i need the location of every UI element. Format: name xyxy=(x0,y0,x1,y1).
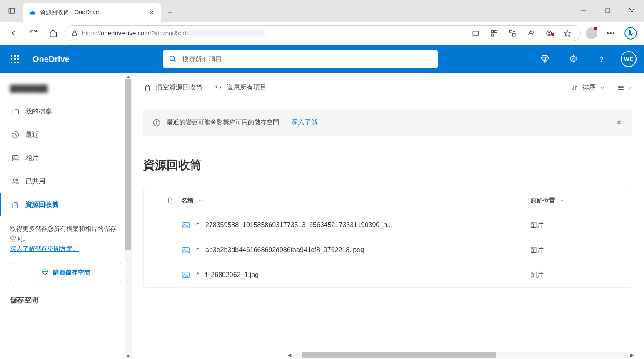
column-header-name[interactable]: 名稱 xyxy=(181,197,530,205)
shortcut-overlay-icon xyxy=(195,271,203,279)
image-icon xyxy=(11,154,20,162)
svg-marker-20 xyxy=(564,30,571,36)
sort-icon xyxy=(571,84,578,92)
svg-rect-3 xyxy=(606,9,610,13)
table-row[interactable]: ab3e2b3db4461668692d986faa941cf8_9762218… xyxy=(144,238,632,262)
empty-recycle-bin-button[interactable]: 清空資源回收筒 xyxy=(143,83,202,92)
file-location: 图片 xyxy=(530,246,622,255)
window-minimize-button[interactable] xyxy=(572,0,596,22)
svg-point-23 xyxy=(613,32,614,34)
svg-point-54 xyxy=(156,121,157,121)
sidebar-item-recycle[interactable]: 資源回收筒 xyxy=(0,193,131,216)
shortcut-overlay-icon xyxy=(195,246,203,254)
back-button[interactable] xyxy=(5,25,22,42)
table-header: 名稱 原始位置 xyxy=(144,188,632,213)
horizontal-scrollbar[interactable]: ◀ ▶ xyxy=(286,351,636,359)
storage-learn-more-link[interactable]: 深入了解儲存空間方案。 xyxy=(10,245,79,252)
file-location: 图片 xyxy=(530,271,622,280)
svg-point-40 xyxy=(572,58,574,60)
site-info-icon[interactable] xyxy=(71,30,78,37)
svg-rect-12 xyxy=(509,30,512,33)
view-options-button[interactable] xyxy=(617,84,632,92)
sidebar-item-label: 資源回收筒 xyxy=(25,201,59,209)
sidebar-item-label: 我的檔案 xyxy=(25,107,52,116)
svg-point-19 xyxy=(549,32,550,33)
qr-icon[interactable] xyxy=(487,30,501,37)
buy-storage-button[interactable]: 購買儲存空間 xyxy=(10,263,121,282)
search-box[interactable] xyxy=(163,50,438,68)
app-launcher-icon[interactable] xyxy=(7,52,22,67)
info-text: 最近的變更可能會影響您可用的儲存空間。 xyxy=(167,119,285,126)
people-icon xyxy=(11,177,20,186)
search-input[interactable] xyxy=(182,55,432,63)
sidebar-item-label: 已共用 xyxy=(25,177,45,186)
window-close-button[interactable] xyxy=(620,0,644,22)
svg-rect-27 xyxy=(17,55,19,57)
refresh-button[interactable] xyxy=(25,25,42,42)
file-name: 278359588_10158586931773513_656345217333… xyxy=(205,221,530,229)
sidebar-scrollbar[interactable]: ▲ ▼ xyxy=(125,73,131,359)
favorites-icon[interactable] xyxy=(560,30,574,37)
read-aloud-icon[interactable] xyxy=(524,30,538,37)
svg-rect-42 xyxy=(12,155,18,161)
undo-icon xyxy=(214,84,222,92)
command-bar: 清空資源回收筒 還原所有項目 排序 xyxy=(143,83,632,92)
svg-rect-29 xyxy=(14,58,16,60)
trash-icon xyxy=(143,84,152,92)
sidebar-item-image[interactable]: 相片 xyxy=(0,146,131,170)
clock-icon xyxy=(11,131,20,139)
info-learn-more-link[interactable]: 深入了解 xyxy=(291,118,318,127)
browser-tab[interactable]: 資源回收筒 - OneDrive ✕ xyxy=(23,3,161,22)
svg-line-35 xyxy=(174,60,175,62)
file-name: f_26802962_1.jpg xyxy=(205,271,530,279)
svg-rect-9 xyxy=(491,30,493,32)
device-icon[interactable] xyxy=(469,30,483,37)
bing-chat-button[interactable] xyxy=(622,25,639,42)
page-title: 資源回收筒 xyxy=(143,157,632,173)
sidebar-item-folder[interactable]: 我的檔案 xyxy=(0,100,131,123)
column-header-location[interactable]: 原始位置 xyxy=(530,197,622,205)
extensions-icon[interactable] xyxy=(505,30,519,37)
table-row[interactable]: f_26802962_1.jpg图片 xyxy=(144,262,632,287)
window-maximize-button[interactable] xyxy=(596,0,620,22)
sidebar-item-people[interactable]: 已共用 xyxy=(0,170,131,193)
sidebar-item-clock[interactable]: 最近 xyxy=(0,123,131,146)
file-type-icon xyxy=(167,197,174,204)
svg-rect-13 xyxy=(513,33,515,36)
svg-rect-25 xyxy=(11,55,12,57)
user-avatar[interactable]: WE xyxy=(621,51,637,67)
shortcut-overlay-icon xyxy=(195,221,203,229)
tab-close-icon[interactable]: ✕ xyxy=(147,7,156,18)
app-name[interactable]: OneDrive xyxy=(32,54,70,64)
tab-actions-icon[interactable] xyxy=(0,0,23,22)
svg-rect-32 xyxy=(14,62,16,63)
file-location: 图片 xyxy=(530,221,622,230)
search-icon xyxy=(169,55,177,63)
main-content: 清空資源回收筒 還原所有項目 排序 最近的變更可能會影響您可用的儲存空間。 深入… xyxy=(132,73,644,359)
tracking-prevention-icon[interactable] xyxy=(542,30,556,37)
table-row[interactable]: 278359588_10158586931773513_656345217333… xyxy=(144,213,632,238)
new-tab-button[interactable]: ＋ xyxy=(161,3,179,22)
sort-button[interactable]: 排序 xyxy=(571,83,605,92)
svg-rect-6 xyxy=(72,33,76,36)
info-close-icon[interactable]: ✕ xyxy=(614,117,623,128)
profile-button[interactable] xyxy=(584,26,599,41)
sidebar: ████████ 我的檔案最近相片已共用資源回收筒 取得更多儲存您所有檔案和相片… xyxy=(0,73,132,359)
info-icon xyxy=(152,119,161,127)
svg-point-34 xyxy=(170,56,175,61)
svg-point-45 xyxy=(16,179,18,181)
premium-icon[interactable] xyxy=(536,54,554,64)
menu-button[interactable] xyxy=(602,25,619,42)
settings-icon[interactable] xyxy=(564,54,582,64)
storage-promo-text: 取得更多儲存您所有檔案和相片的儲存空間。 深入了解儲存空間方案。 xyxy=(0,216,131,257)
recycle-icon xyxy=(11,201,20,209)
address-bar[interactable]: https://onedrive.live.com/?id=root&cid= xyxy=(65,25,581,41)
onedrive-favicon-icon xyxy=(28,9,36,16)
help-icon[interactable] xyxy=(592,54,611,64)
svg-point-21 xyxy=(607,32,609,34)
tab-title: 資源回收筒 - OneDrive xyxy=(40,9,143,16)
info-bar: 最近的變更可能會影響您可用的儲存空間。 深入了解 ✕ xyxy=(143,109,632,136)
svg-rect-28 xyxy=(11,58,12,60)
home-button[interactable] xyxy=(45,25,62,42)
restore-all-button[interactable]: 還原所有項目 xyxy=(214,83,267,92)
